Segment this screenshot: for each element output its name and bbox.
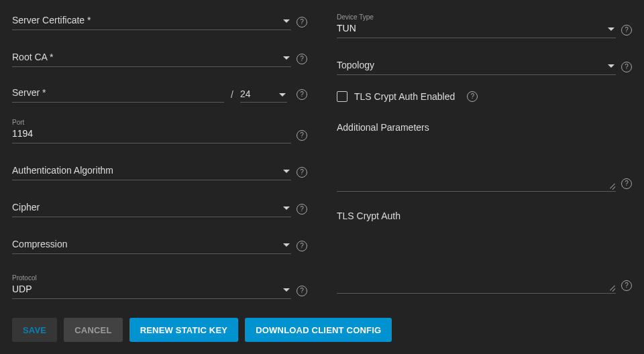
server-certificate-field[interactable]: Server Certificate * <box>12 12 307 30</box>
protocol-value: UDP <box>12 284 32 294</box>
chevron-down-icon <box>283 206 290 210</box>
compression-field[interactable]: Compression <box>12 236 307 254</box>
server-input[interactable]: Server * <box>12 86 224 103</box>
chevron-down-icon <box>283 288 290 292</box>
tls-crypt-auth-wrap: TLS Crypt Auth <box>337 211 632 294</box>
server-cidr-select[interactable]: 24 <box>240 88 287 103</box>
chevron-down-icon <box>283 19 290 23</box>
server-cidr-value: 24 <box>240 88 251 99</box>
chevron-down-icon <box>283 170 290 173</box>
additional-parameters-textarea[interactable] <box>337 139 616 192</box>
help-icon[interactable] <box>297 54 307 64</box>
help-icon[interactable] <box>297 130 307 141</box>
form-page: Server Certificate * Root CA * Server * <box>0 0 644 354</box>
server-certificate-label: Server Certificate * <box>12 15 91 25</box>
help-icon[interactable] <box>621 280 632 291</box>
cipher-label: Cipher <box>12 202 40 213</box>
port-label: Port <box>12 119 291 127</box>
help-icon[interactable] <box>621 178 632 189</box>
chevron-down-icon <box>279 93 286 97</box>
root-ca-field[interactable]: Root CA * <box>12 49 307 67</box>
root-ca-label: Root CA * <box>12 52 53 62</box>
chevron-down-icon <box>283 243 290 247</box>
help-icon[interactable] <box>297 89 307 100</box>
compression-label: Compression <box>12 239 67 249</box>
port-value: 1194 <box>12 128 33 139</box>
cipher-field[interactable]: Cipher <box>12 199 307 217</box>
chevron-down-icon <box>608 64 614 68</box>
cancel-button[interactable]: CANCEL <box>64 318 122 342</box>
help-icon[interactable] <box>297 167 307 178</box>
help-icon[interactable] <box>297 241 307 251</box>
tls-crypt-auth-enabled-checkbox[interactable] <box>337 91 347 102</box>
help-icon[interactable] <box>297 286 307 296</box>
button-bar: SAVE CANCEL RENEW STATIC KEY DOWNLOAD CL… <box>12 318 392 342</box>
renew-static-key-button[interactable]: RENEW STATIC KEY <box>129 318 239 342</box>
resize-handle-icon[interactable] <box>609 284 616 290</box>
port-field[interactable]: Port 1194 <box>12 117 307 143</box>
help-icon[interactable] <box>467 91 478 102</box>
help-icon[interactable] <box>621 62 632 72</box>
protocol-field[interactable]: Protocol UDP <box>12 273 307 299</box>
download-client-config-button[interactable]: DOWNLOAD CLIENT CONFIG <box>245 318 392 342</box>
help-icon[interactable] <box>297 17 307 27</box>
help-icon[interactable] <box>621 25 632 36</box>
left-column: Server Certificate * Root CA * Server * <box>12 12 307 318</box>
columns: Server Certificate * Root CA * Server * <box>12 12 632 318</box>
device-type-field[interactable]: Device Type TUN <box>337 12 632 38</box>
chevron-down-icon <box>608 27 614 31</box>
right-column: Device Type TUN Topology TLS Crypt Auth … <box>337 12 632 318</box>
tls-crypt-auth-textarea[interactable] <box>337 228 616 294</box>
topology-label: Topology <box>337 60 374 70</box>
save-button[interactable]: SAVE <box>12 318 57 342</box>
help-icon[interactable] <box>297 204 307 215</box>
auth-algorithm-field[interactable]: Authentication Algorithm <box>12 162 307 180</box>
auth-algorithm-label: Authentication Algorithm <box>12 165 113 176</box>
server-label: Server * <box>12 87 46 98</box>
additional-parameters-wrap: Additional Parameters <box>337 122 632 192</box>
device-type-value: TUN <box>337 23 356 34</box>
protocol-label: Protocol <box>12 274 291 282</box>
tls-crypt-auth-enabled-label: TLS Crypt Auth Enabled <box>354 91 455 102</box>
cidr-slash: / <box>231 89 233 103</box>
device-type-label: Device Type <box>337 13 616 21</box>
additional-parameters-label: Additional Parameters <box>337 122 632 133</box>
chevron-down-icon <box>283 56 290 60</box>
tls-crypt-auth-label: TLS Crypt Auth <box>337 211 632 221</box>
resize-handle-icon[interactable] <box>609 182 616 188</box>
tls-crypt-auth-enabled-row: TLS Crypt Auth Enabled <box>337 91 632 102</box>
topology-field[interactable]: Topology <box>337 57 632 75</box>
server-field: Server * / 24 <box>12 86 307 103</box>
